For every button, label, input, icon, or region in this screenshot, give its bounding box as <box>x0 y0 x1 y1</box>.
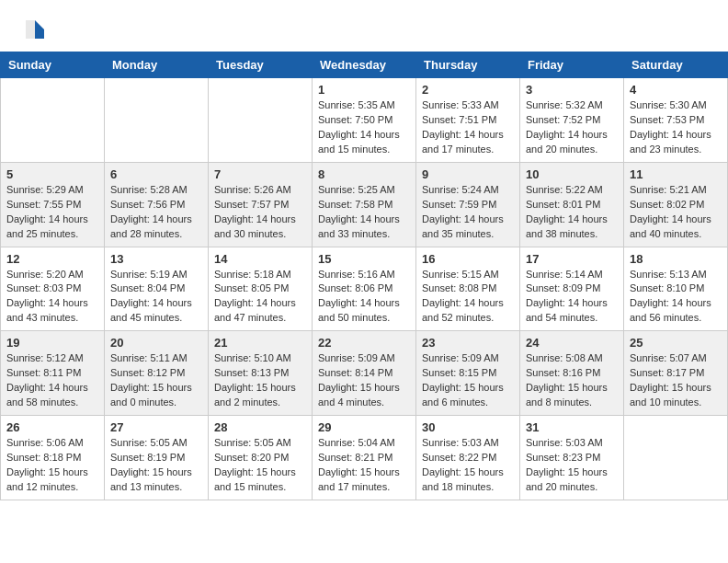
calendar-week-2: 5Sunrise: 5:29 AM Sunset: 7:55 PM Daylig… <box>1 162 728 247</box>
calendar-cell <box>624 416 728 500</box>
day-number: 9 <box>422 167 514 181</box>
day-info: Sunrise: 5:04 AM Sunset: 8:21 PM Dayligh… <box>318 436 410 495</box>
svg-marker-2 <box>26 20 35 39</box>
day-info: Sunrise: 5:09 AM Sunset: 8:15 PM Dayligh… <box>422 351 514 410</box>
calendar-cell: 10Sunrise: 5:22 AM Sunset: 8:01 PM Dayli… <box>520 162 624 247</box>
day-info: Sunrise: 5:32 AM Sunset: 7:52 PM Dayligh… <box>526 98 618 157</box>
day-info: Sunrise: 5:12 AM Sunset: 8:11 PM Dayligh… <box>6 351 98 410</box>
day-info: Sunrise: 5:06 AM Sunset: 8:18 PM Dayligh… <box>6 436 98 495</box>
calendar-cell: 1Sunrise: 5:35 AM Sunset: 7:50 PM Daylig… <box>313 78 416 163</box>
day-info: Sunrise: 5:21 AM Sunset: 8:02 PM Dayligh… <box>630 183 722 242</box>
day-number: 2 <box>422 83 514 97</box>
day-number: 30 <box>422 420 514 434</box>
day-number: 8 <box>318 167 410 181</box>
day-info: Sunrise: 5:05 AM Sunset: 8:19 PM Dayligh… <box>110 436 202 495</box>
calendar-cell: 31Sunrise: 5:03 AM Sunset: 8:23 PM Dayli… <box>520 416 624 500</box>
day-info: Sunrise: 5:05 AM Sunset: 8:20 PM Dayligh… <box>214 436 306 495</box>
day-info: Sunrise: 5:30 AM Sunset: 7:53 PM Dayligh… <box>630 98 722 157</box>
day-number: 4 <box>630 83 722 97</box>
calendar-table: SundayMondayTuesdayWednesdayThursdayFrid… <box>0 52 728 500</box>
day-number: 26 <box>6 420 98 434</box>
day-header-wednesday: Wednesday <box>313 52 416 78</box>
day-info: Sunrise: 5:33 AM Sunset: 7:51 PM Dayligh… <box>422 98 514 157</box>
day-number: 24 <box>526 336 618 350</box>
day-number: 20 <box>110 336 202 350</box>
calendar-cell: 17Sunrise: 5:14 AM Sunset: 8:09 PM Dayli… <box>520 247 624 331</box>
calendar-cell: 23Sunrise: 5:09 AM Sunset: 8:15 PM Dayli… <box>416 331 520 416</box>
calendar-cell: 19Sunrise: 5:12 AM Sunset: 8:11 PM Dayli… <box>1 331 105 416</box>
calendar-cell: 20Sunrise: 5:11 AM Sunset: 8:12 PM Dayli… <box>105 331 209 416</box>
header <box>0 0 728 52</box>
day-number: 12 <box>6 252 98 266</box>
day-info: Sunrise: 5:07 AM Sunset: 8:17 PM Dayligh… <box>630 351 722 410</box>
calendar-cell: 26Sunrise: 5:06 AM Sunset: 8:18 PM Dayli… <box>1 416 105 500</box>
calendar-cell: 30Sunrise: 5:03 AM Sunset: 8:22 PM Dayli… <box>416 416 520 500</box>
day-number: 18 <box>630 252 722 266</box>
day-info: Sunrise: 5:08 AM Sunset: 8:16 PM Dayligh… <box>526 351 618 410</box>
calendar-cell: 7Sunrise: 5:26 AM Sunset: 7:57 PM Daylig… <box>209 162 313 247</box>
logo <box>22 17 51 42</box>
calendar-cell: 16Sunrise: 5:15 AM Sunset: 8:08 PM Dayli… <box>416 247 520 331</box>
svg-marker-0 <box>35 20 44 29</box>
day-info: Sunrise: 5:26 AM Sunset: 7:57 PM Dayligh… <box>214 183 306 242</box>
calendar-cell <box>1 78 105 163</box>
day-number: 10 <box>526 167 618 181</box>
day-number: 22 <box>318 336 410 350</box>
calendar-cell: 5Sunrise: 5:29 AM Sunset: 7:55 PM Daylig… <box>1 162 105 247</box>
day-header-sunday: Sunday <box>1 52 105 78</box>
day-info: Sunrise: 5:09 AM Sunset: 8:14 PM Dayligh… <box>318 351 410 410</box>
day-number: 25 <box>630 336 722 350</box>
day-header-tuesday: Tuesday <box>209 52 313 78</box>
calendar-cell: 12Sunrise: 5:20 AM Sunset: 8:03 PM Dayli… <box>1 247 105 331</box>
day-info: Sunrise: 5:03 AM Sunset: 8:22 PM Dayligh… <box>422 436 514 495</box>
calendar-cell: 29Sunrise: 5:04 AM Sunset: 8:21 PM Dayli… <box>313 416 416 500</box>
calendar-cell: 22Sunrise: 5:09 AM Sunset: 8:14 PM Dayli… <box>313 331 416 416</box>
calendar-cell: 14Sunrise: 5:18 AM Sunset: 8:05 PM Dayli… <box>209 247 313 331</box>
calendar-cell: 13Sunrise: 5:19 AM Sunset: 8:04 PM Dayli… <box>105 247 209 331</box>
calendar-week-4: 19Sunrise: 5:12 AM Sunset: 8:11 PM Dayli… <box>1 331 728 416</box>
day-info: Sunrise: 5:15 AM Sunset: 8:08 PM Dayligh… <box>422 268 514 327</box>
calendar-cell: 15Sunrise: 5:16 AM Sunset: 8:06 PM Dayli… <box>313 247 416 331</box>
calendar-cell: 4Sunrise: 5:30 AM Sunset: 7:53 PM Daylig… <box>624 78 728 163</box>
calendar-cell: 11Sunrise: 5:21 AM Sunset: 8:02 PM Dayli… <box>624 162 728 247</box>
day-header-thursday: Thursday <box>416 52 520 78</box>
day-number: 21 <box>214 336 306 350</box>
calendar-cell <box>105 78 209 163</box>
day-number: 13 <box>110 252 202 266</box>
calendar-cell <box>209 78 313 163</box>
day-number: 31 <box>526 420 618 434</box>
day-info: Sunrise: 5:35 AM Sunset: 7:50 PM Dayligh… <box>318 98 410 157</box>
day-info: Sunrise: 5:11 AM Sunset: 8:12 PM Dayligh… <box>110 351 202 410</box>
day-number: 29 <box>318 420 410 434</box>
day-info: Sunrise: 5:16 AM Sunset: 8:06 PM Dayligh… <box>318 268 410 327</box>
calendar-cell: 21Sunrise: 5:10 AM Sunset: 8:13 PM Dayli… <box>209 331 313 416</box>
day-header-friday: Friday <box>520 52 624 78</box>
day-number: 17 <box>526 252 618 266</box>
calendar-cell: 28Sunrise: 5:05 AM Sunset: 8:20 PM Dayli… <box>209 416 313 500</box>
day-info: Sunrise: 5:22 AM Sunset: 8:01 PM Dayligh… <box>526 183 618 242</box>
calendar-cell: 2Sunrise: 5:33 AM Sunset: 7:51 PM Daylig… <box>416 78 520 163</box>
day-number: 5 <box>6 167 98 181</box>
day-info: Sunrise: 5:19 AM Sunset: 8:04 PM Dayligh… <box>110 268 202 327</box>
calendar-header-row: SundayMondayTuesdayWednesdayThursdayFrid… <box>1 52 728 78</box>
calendar-cell: 3Sunrise: 5:32 AM Sunset: 7:52 PM Daylig… <box>520 78 624 163</box>
day-info: Sunrise: 5:18 AM Sunset: 8:05 PM Dayligh… <box>214 268 306 327</box>
day-info: Sunrise: 5:20 AM Sunset: 8:03 PM Dayligh… <box>6 268 98 327</box>
day-info: Sunrise: 5:29 AM Sunset: 7:55 PM Dayligh… <box>6 183 98 242</box>
calendar-cell: 25Sunrise: 5:07 AM Sunset: 8:17 PM Dayli… <box>624 331 728 416</box>
day-number: 28 <box>214 420 306 434</box>
day-info: Sunrise: 5:28 AM Sunset: 7:56 PM Dayligh… <box>110 183 202 242</box>
day-info: Sunrise: 5:10 AM Sunset: 8:13 PM Dayligh… <box>214 351 306 410</box>
calendar-week-3: 12Sunrise: 5:20 AM Sunset: 8:03 PM Dayli… <box>1 247 728 331</box>
day-header-monday: Monday <box>105 52 209 78</box>
svg-marker-1 <box>35 29 44 39</box>
calendar-cell: 6Sunrise: 5:28 AM Sunset: 7:56 PM Daylig… <box>105 162 209 247</box>
calendar-cell: 9Sunrise: 5:24 AM Sunset: 7:59 PM Daylig… <box>416 162 520 247</box>
day-header-saturday: Saturday <box>624 52 728 78</box>
calendar-week-5: 26Sunrise: 5:06 AM Sunset: 8:18 PM Dayli… <box>1 416 728 500</box>
day-number: 16 <box>422 252 514 266</box>
day-info: Sunrise: 5:13 AM Sunset: 8:10 PM Dayligh… <box>630 268 722 327</box>
calendar-cell: 8Sunrise: 5:25 AM Sunset: 7:58 PM Daylig… <box>313 162 416 247</box>
day-number: 19 <box>6 336 98 350</box>
day-info: Sunrise: 5:24 AM Sunset: 7:59 PM Dayligh… <box>422 183 514 242</box>
